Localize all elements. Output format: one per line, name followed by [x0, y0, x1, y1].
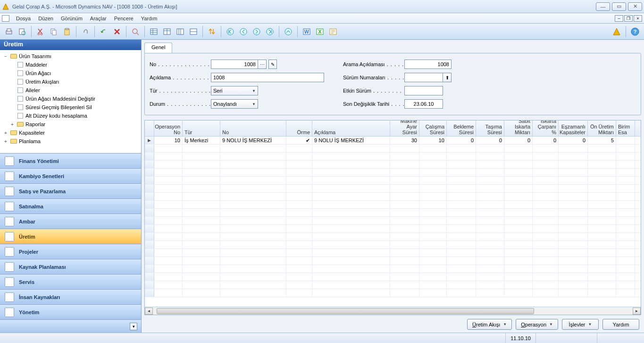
table-row[interactable] — [145, 201, 641, 209]
column-header[interactable]: BeklemeSüresi — [447, 120, 476, 136]
export-excel-icon[interactable]: X — [314, 26, 326, 38]
module-button[interactable]: Servis — [0, 274, 141, 289]
scroll-thumb[interactable] — [157, 308, 534, 314]
table-row[interactable] — [145, 225, 641, 233]
column-header[interactable]: IskartaÇarpanı% — [533, 120, 559, 136]
module-button[interactable]: Kambiyo Senetleri — [0, 168, 141, 183]
input-arama[interactable] — [404, 60, 452, 69]
table-row[interactable] — [145, 185, 641, 193]
table-row[interactable] — [145, 177, 641, 185]
edit-icon[interactable]: ✎ — [268, 60, 277, 69]
select-tur[interactable]: Seri▼ — [211, 86, 258, 95]
table-row[interactable] — [145, 281, 641, 289]
undo-icon[interactable] — [98, 26, 110, 38]
operasyon-button[interactable]: Operasyon▼ — [516, 319, 558, 330]
zoom-icon[interactable] — [129, 26, 142, 38]
menu-araclar[interactable]: Araçlar — [86, 15, 110, 22]
table-row[interactable] — [145, 265, 641, 273]
mdi-close[interactable]: × — [634, 15, 642, 22]
column-header[interactable]: SabitIskartaMiktarı — [504, 120, 533, 136]
cut-icon[interactable] — [34, 26, 47, 38]
uretim-akisi-button[interactable]: Üretim Akışı▼ — [467, 319, 512, 330]
table-row[interactable] — [145, 209, 641, 217]
menu-yardim[interactable]: Yardım — [137, 15, 161, 22]
nav-up-icon[interactable] — [282, 26, 294, 38]
column-header[interactable]: Makine AyarSüresi — [390, 120, 419, 136]
nav-prev-icon[interactable] — [237, 26, 250, 38]
table-row[interactable] — [145, 249, 641, 257]
export-other-icon[interactable] — [327, 26, 339, 38]
module-button[interactable]: İnsan Kaynakları — [0, 289, 141, 304]
column-header[interactable]: EşzamanlıKapasiteler — [559, 120, 588, 136]
menu-gorunum[interactable]: Görünüm — [57, 15, 86, 22]
print-icon[interactable] — [3, 26, 15, 38]
grid2-icon[interactable] — [161, 26, 173, 38]
mdi-minimize[interactable]: – — [615, 15, 623, 22]
select-durum[interactable]: Onaylandı▼ — [211, 99, 258, 109]
delete-icon[interactable] — [111, 26, 123, 38]
column-header[interactable]: Açıklama — [312, 120, 390, 136]
column-header[interactable]: ÇalışmaSüresi — [419, 120, 447, 136]
tree-node[interactable]: −Ürün Tasarımı — [1, 52, 140, 60]
minimize-button[interactable]: — — [596, 2, 610, 11]
table-row[interactable] — [145, 153, 641, 161]
module-button[interactable]: Projeler — [0, 244, 141, 259]
menu-duzen[interactable]: Düzen — [34, 15, 57, 22]
tree-node[interactable]: +Planlama — [1, 137, 140, 145]
paste-icon[interactable] — [61, 26, 73, 38]
tree-node[interactable]: Ürün Ağacı — [1, 69, 140, 77]
column-header[interactable]: Ön ÜretimMiktarı — [588, 120, 616, 136]
input-aciklama[interactable] — [211, 73, 324, 82]
table-row[interactable] — [145, 257, 641, 265]
sort-icon[interactable] — [206, 26, 218, 38]
grid1-icon[interactable] — [148, 26, 160, 38]
column-header[interactable]: TaşımaSüresi — [476, 120, 504, 136]
table-row[interactable] — [145, 161, 641, 169]
table-row[interactable] — [145, 241, 641, 249]
table-row[interactable] — [145, 217, 641, 225]
tree-node[interactable]: Maddeler — [1, 60, 140, 69]
tree-node[interactable]: Aileler — [1, 86, 140, 94]
yardim-button[interactable]: Yardım — [602, 319, 639, 330]
table-row[interactable] — [145, 233, 641, 241]
lookup-icon[interactable]: ⋯ — [258, 60, 267, 69]
tree-node[interactable]: Üretim Akışları — [1, 77, 140, 86]
module-button[interactable]: Satınalma — [0, 198, 141, 214]
module-button[interactable]: Satış ve Pazarlama — [0, 183, 141, 198]
table-row[interactable] — [145, 289, 641, 297]
tree-node[interactable]: Süresi Geçmiş Bileşenleri Sil — [1, 103, 140, 111]
copy-icon[interactable] — [48, 26, 60, 38]
chevron-down-icon[interactable]: ▾ — [130, 323, 137, 330]
close-button[interactable]: ✕ — [628, 2, 642, 11]
table-row[interactable] — [145, 169, 641, 177]
module-button[interactable]: Yönetim — [0, 304, 141, 319]
grid3-icon[interactable] — [174, 26, 186, 38]
export-word-icon[interactable]: W — [301, 26, 313, 38]
help-icon[interactable]: ? — [629, 26, 641, 38]
tree-node[interactable]: Ürün Ağacı Maddesini Değiştir — [1, 94, 140, 103]
tree-node[interactable]: +Kapasiteler — [1, 129, 140, 137]
column-header[interactable]: Örme — [286, 120, 312, 136]
islevler-button[interactable]: İşlevler▼ — [562, 319, 599, 330]
column-header[interactable]: OperasyonNo — [154, 120, 183, 136]
menu-dosya[interactable]: Dosya — [12, 15, 34, 22]
table-row[interactable]: ▶10İş Merkezi9 NOLU İŞ MERKEZİ✔9 NOLU İŞ… — [145, 137, 641, 145]
tree-node[interactable]: +Raporlar — [1, 120, 140, 129]
nav-next-icon[interactable] — [251, 26, 263, 38]
column-header[interactable]: BirimEsa — [616, 120, 635, 136]
horizontal-scrollbar[interactable]: ◄ ► — [145, 307, 641, 315]
table-row[interactable] — [145, 273, 641, 281]
table-row[interactable] — [145, 145, 641, 153]
module-button[interactable]: Üretim — [0, 229, 141, 244]
nav-logo-icon[interactable] — [611, 26, 623, 38]
mdi-restore[interactable]: ❐ — [624, 15, 633, 22]
column-header[interactable]: No — [220, 120, 286, 136]
print-preview-icon[interactable] — [16, 26, 28, 38]
module-button[interactable]: Finans Yönetimi — [0, 153, 141, 168]
tab-genel[interactable]: Genel — [144, 43, 172, 53]
grid-body[interactable]: ▶10İş Merkezi9 NOLU İŞ MERKEZİ✔9 NOLU İŞ… — [145, 137, 641, 307]
module-button[interactable]: Ambar — [0, 214, 141, 229]
column-header[interactable]: Tür — [183, 120, 220, 136]
maximize-button[interactable]: ▭ — [612, 2, 626, 11]
drill-up-icon[interactable]: ⬆ — [443, 73, 452, 82]
